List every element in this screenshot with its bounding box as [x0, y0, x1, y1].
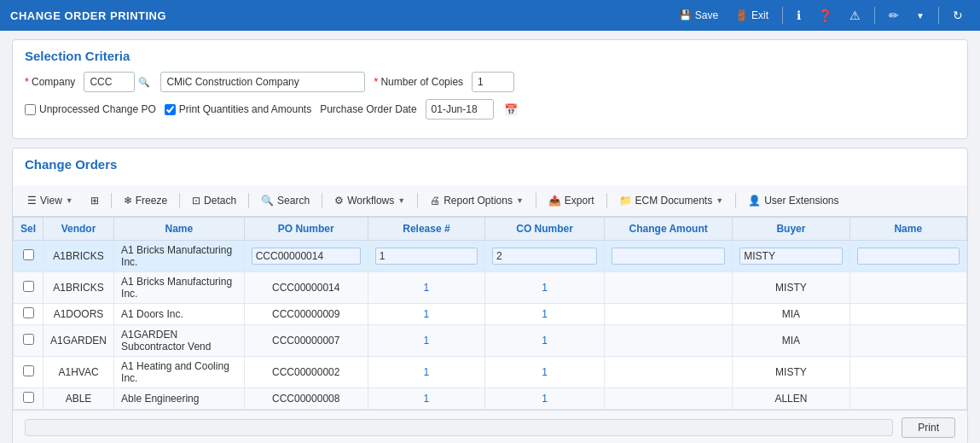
row-po-number: CCC00000002 [244, 357, 368, 388]
unprocessed-checkbox-row: Unprocessed Change PO [25, 103, 156, 115]
detach-icon: ⊡ [192, 195, 200, 207]
buyer-name-input[interactable] [857, 248, 960, 265]
workflows-button[interactable]: ⚙ Workflows ▼ [327, 190, 413, 211]
col-buyer-name: Name [850, 218, 966, 241]
row-po-number[interactable] [244, 241, 368, 272]
print-qty-checkbox[interactable] [165, 104, 176, 115]
row-sel-cell [14, 304, 43, 325]
row-change-amount [605, 272, 733, 304]
col-vendor: Vendor [43, 218, 114, 241]
row-change-amount[interactable] [605, 241, 733, 272]
workflows-icon: ⚙ [334, 195, 344, 207]
criteria-row-2: Unprocessed Change PO Print Quantities a… [25, 99, 955, 119]
row-co-number: 1 [485, 304, 605, 325]
search-button[interactable]: 🔍 Search [253, 190, 317, 211]
col-po-number: PO Number [244, 218, 368, 241]
info-icon-btn[interactable]: ℹ [790, 5, 808, 26]
row-vendor: A1HVAC [43, 357, 114, 388]
buyer-input[interactable] [739, 248, 842, 265]
row-po-number: CCC00000008 [244, 388, 368, 410]
copies-input[interactable] [472, 72, 514, 92]
report-icon: 🖨 [430, 195, 440, 207]
toolbar: ☰ View ▼ ⊞ ❄ Freeze ⊡ Detach 🔍 Search [13, 185, 967, 217]
unprocessed-checkbox[interactable] [25, 104, 36, 115]
export-button[interactable]: 📤 Export [541, 190, 602, 211]
table-header-row: Sel Vendor Name PO Number Release # CO N… [14, 218, 967, 241]
company-code-input[interactable] [84, 72, 135, 92]
print-qty-checkbox-row: Print Quantities and Amounts [165, 103, 311, 115]
row-name: A1GARDEN Subcontractor Vend [114, 325, 245, 357]
exit-button[interactable]: 🚪 Exit [728, 6, 775, 25]
col-co-number: CO Number [485, 218, 605, 241]
table-row: A1GARDENA1GARDEN Subcontractor VendCCC00… [14, 325, 967, 357]
dropdown-icon-btn[interactable]: ▼ [909, 8, 931, 24]
criteria-row-1: Company 🔍 Number of Copies [25, 72, 955, 92]
report-options-button[interactable]: 🖨 Report Options ▼ [422, 190, 531, 211]
row-checkbox[interactable] [23, 249, 34, 260]
row-vendor: A1GARDEN [43, 325, 114, 357]
row-name: A1 Bricks Manufacturing Inc. [114, 241, 245, 272]
view-button[interactable]: ☰ View ▼ [20, 190, 81, 211]
detach-button[interactable]: ⊡ Detach [184, 190, 244, 211]
view-dropdown-arrow: ▼ [66, 196, 73, 205]
workflows-dropdown-arrow: ▼ [397, 196, 405, 205]
row-checkbox[interactable] [23, 307, 34, 318]
row-release[interactable] [368, 241, 484, 272]
po-number-input[interactable] [252, 248, 361, 265]
calendar-icon[interactable]: 📅 [504, 103, 518, 116]
row-checkbox[interactable] [23, 365, 34, 376]
row-po-number: CCC00000014 [244, 272, 368, 304]
change-orders-table-container: Sel Vendor Name PO Number Release # CO N… [13, 217, 967, 410]
row-release: 1 [368, 272, 484, 304]
export-icon: 📤 [548, 195, 561, 207]
help-icon-btn[interactable]: ❓ [811, 5, 839, 26]
row-sel-cell [14, 325, 43, 357]
row-buyer[interactable] [733, 241, 850, 272]
row-change-amount [605, 304, 733, 325]
co-number-input[interactable] [492, 248, 597, 265]
col-buyer: Buyer [733, 218, 850, 241]
row-release: 1 [368, 304, 484, 325]
release-input[interactable] [375, 248, 478, 265]
grid-button[interactable]: ⊞ [83, 190, 107, 211]
unprocessed-label[interactable]: Unprocessed Change PO [25, 103, 156, 115]
row-po-number: CCC00000007 [244, 325, 368, 357]
print-qty-label[interactable]: Print Quantities and Amounts [165, 103, 311, 115]
row-co-number[interactable] [485, 241, 605, 272]
row-checkbox[interactable] [23, 281, 34, 292]
refresh-icon-btn[interactable]: ↻ [946, 5, 970, 26]
header-divider [782, 7, 783, 24]
row-sel-cell [14, 388, 43, 410]
grid-icon: ⊞ [90, 195, 99, 207]
col-sel: Sel [14, 218, 43, 241]
company-search-icon[interactable]: 🔍 [136, 74, 152, 90]
change-amount-input[interactable] [612, 248, 725, 265]
row-co-number: 1 [485, 357, 605, 388]
user-extensions-button[interactable]: 👤 User Extensions [740, 190, 846, 211]
row-checkbox[interactable] [23, 392, 34, 403]
row-buyer-name[interactable] [850, 241, 966, 272]
toolbar-divider-3 [248, 193, 249, 208]
row-co-number: 1 [485, 325, 605, 357]
row-checkbox[interactable] [23, 334, 34, 345]
toolbar-divider-2 [179, 193, 180, 208]
warning-icon-btn[interactable]: ⚠ [843, 5, 867, 26]
print-button[interactable]: Print [902, 417, 955, 438]
selection-criteria-title: Selection Criteria [25, 49, 955, 63]
po-date-input[interactable] [426, 99, 494, 119]
row-change-amount [605, 388, 733, 410]
user-ext-icon: 👤 [748, 195, 761, 207]
row-change-amount [605, 325, 733, 357]
row-buyer: MIA [733, 304, 850, 325]
freeze-icon: ❄ [124, 195, 132, 207]
ecm-documents-button[interactable]: 📁 ECM Documents ▼ [612, 190, 732, 211]
change-orders-title-container: Change Orders [13, 149, 967, 185]
report-dropdown-arrow: ▼ [516, 196, 524, 205]
freeze-button[interactable]: ❄ Freeze [116, 190, 175, 211]
company-name-input[interactable] [160, 72, 365, 92]
po-date-label: Purchase Order Date [320, 103, 416, 115]
toolbar-divider-4 [322, 193, 322, 208]
edit-icon-btn[interactable]: ✏ [882, 5, 906, 26]
save-button[interactable]: 💾 Save [672, 6, 725, 25]
row-buyer-name [850, 272, 966, 304]
